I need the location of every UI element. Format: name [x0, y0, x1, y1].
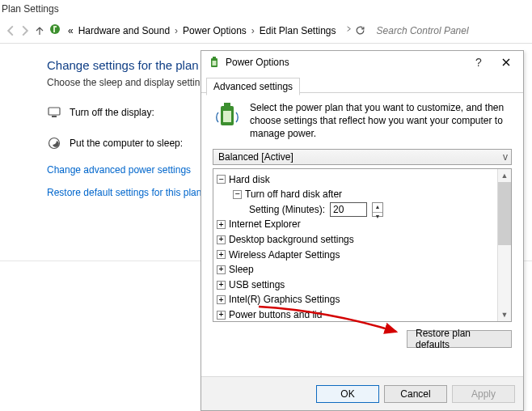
breadcrumb-lead: « [68, 25, 74, 36]
power-plan-select[interactable]: Balanced [Active] v [213, 149, 512, 165]
power-options-dialog: Power Options ? Advanced settings Select… [201, 50, 524, 411]
tab-advanced[interactable]: Advanced settings [206, 78, 300, 95]
power-plan-icon [49, 23, 61, 38]
expand-icon[interactable]: + [217, 311, 226, 320]
minutes-spinner-buttons[interactable]: ▲▼ [372, 202, 383, 217]
expand-icon[interactable]: + [217, 281, 226, 290]
intro-block: Select the power plan that you want to c… [213, 101, 512, 141]
close-button[interactable] [492, 53, 520, 71]
expand-icon[interactable]: + [217, 250, 226, 259]
setting-label: Turn off the display: [70, 107, 207, 118]
dialog-button-bar: OK Cancel Apply [201, 376, 523, 410]
collapse-icon[interactable]: − [233, 190, 242, 199]
svg-rect-6 [213, 61, 217, 66]
expand-icon[interactable]: + [217, 235, 226, 244]
window-titlebar: Plan Settings [0, 0, 532, 18]
tree-node-turn-off-hd[interactable]: Turn off hard disk after [245, 187, 342, 202]
tree-node-hard-disk[interactable]: Hard disk [229, 172, 270, 188]
settings-tree[interactable]: −Hard disk −Turn off hard disk after Set… [213, 169, 497, 321]
refresh-dropdown[interactable] [344, 25, 365, 36]
chevron-right-icon: › [175, 25, 178, 36]
breadcrumb-item[interactable]: Power Options [183, 25, 247, 36]
apply-button[interactable]: Apply [452, 385, 515, 403]
ok-button[interactable]: OK [316, 385, 379, 403]
svg-rect-8 [224, 103, 230, 106]
svg-rect-9 [223, 111, 231, 122]
dialog-content: Select the power plan that you want to c… [201, 93, 523, 376]
svg-rect-1 [49, 108, 60, 115]
tree-node-intel-graphics[interactable]: Intel(R) Graphics Settings [229, 292, 340, 307]
tree-node-desktop-bg[interactable]: Desktop background settings [229, 232, 354, 248]
search-input[interactable] [375, 22, 527, 40]
svg-rect-2 [52, 116, 57, 117]
intro-text: Select the power plan that you want to c… [250, 101, 512, 141]
collapse-icon[interactable]: − [217, 175, 226, 184]
dialog-title: Power Options [226, 57, 465, 68]
tree-node-sleep[interactable]: Sleep [229, 262, 254, 278]
window-title: Plan Settings [2, 3, 59, 15]
forward-arrow-icon[interactable] [19, 25, 31, 36]
scroll-track[interactable] [498, 245, 511, 308]
sleep-icon [47, 136, 61, 150]
expand-icon[interactable]: + [217, 220, 226, 229]
power-plan-large-icon [213, 101, 242, 130]
nav-toolbar: « Hardware and Sound › Power Options › E… [0, 18, 532, 44]
tree-node-usb[interactable]: USB settings [229, 278, 285, 293]
tree-node-power-buttons[interactable]: Power buttons and lid [229, 307, 322, 321]
tree-node-wireless[interactable]: Wireless Adapter Settings [229, 248, 340, 263]
minutes-spinner-value[interactable]: 20 [330, 202, 367, 217]
restore-row: Restore plan defaults [213, 322, 512, 353]
scroll-thumb[interactable] [498, 182, 511, 245]
plan-select-value: Balanced [Active] [218, 151, 293, 163]
up-arrow-icon[interactable] [34, 25, 45, 36]
chevron-right-icon: › [251, 25, 255, 36]
chevron-down-icon: v [503, 151, 508, 163]
breadcrumb[interactable]: « Hardware and Sound › Power Options › E… [68, 25, 336, 36]
scroll-down-icon[interactable]: ▼ [498, 308, 511, 321]
help-button[interactable]: ? [465, 53, 492, 71]
scroll-up-icon[interactable]: ▲ [498, 169, 511, 182]
tree-node-ie[interactable]: Internet Explorer [229, 217, 301, 232]
cancel-button[interactable]: Cancel [384, 385, 447, 403]
breadcrumb-item[interactable]: Edit Plan Settings [260, 25, 336, 36]
svg-rect-5 [213, 57, 216, 58]
settings-tree-wrap: −Hard disk −Turn off hard disk after Set… [213, 168, 512, 322]
setting-label: Put the computer to sleep: [70, 138, 207, 149]
dialog-titlebar[interactable]: Power Options ? [201, 51, 523, 74]
back-arrow-icon[interactable] [5, 25, 16, 36]
expand-icon[interactable]: + [217, 295, 226, 304]
tree-leaf-label: Setting (Minutes): [249, 202, 325, 218]
battery-icon [208, 56, 221, 69]
display-icon [47, 105, 61, 120]
tab-strip: Advanced settings [201, 74, 523, 93]
search-input-wrap [375, 22, 527, 40]
breadcrumb-item[interactable]: Hardware and Sound [78, 25, 170, 36]
expand-icon[interactable]: + [217, 265, 226, 274]
tree-scrollbar[interactable]: ▲ ▼ [497, 169, 511, 321]
restore-defaults-button[interactable]: Restore plan defaults [407, 330, 512, 348]
